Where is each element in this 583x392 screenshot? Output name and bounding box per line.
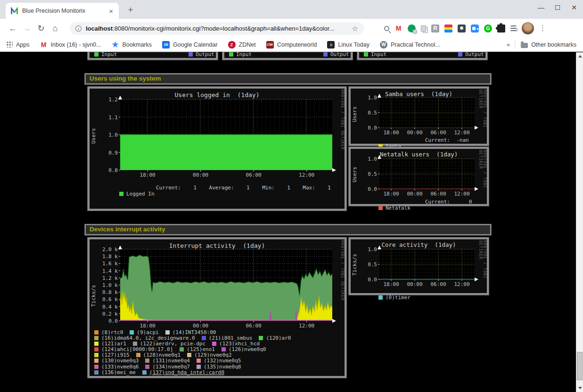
- legend-swatch: [142, 370, 147, 375]
- bookmark-zdnet[interactable]: Z ZDNet: [228, 41, 256, 49]
- interrupt-activity-graph-panel[interactable]: Interrupt activity (1day) Ticks/s 2.0 k1…: [88, 237, 346, 378]
- x-axis-tick-label: 06:00: [428, 130, 449, 136]
- books-extension-icon[interactable]: [444, 24, 452, 33]
- search-icon[interactable]: [384, 26, 389, 31]
- legend-item: (124)ahci[0000:00:17.0]: [94, 346, 173, 352]
- legend-item: (126)nvme0q0: [222, 346, 266, 352]
- puzzle-extension-icon[interactable]: [497, 24, 505, 33]
- legend-label: (14)INT3450:00: [172, 329, 216, 335]
- home-icon[interactable]: ⌂: [48, 24, 62, 33]
- scrollbar-thumb[interactable]: [577, 352, 583, 380]
- grammarly-extension-icon[interactable]: G: [484, 24, 492, 33]
- copy-pages-extension-icon[interactable]: [421, 25, 426, 32]
- other-bookmarks[interactable]: Other bookmarks: [521, 41, 576, 48]
- bookmarks-separator: [515, 41, 515, 49]
- users-logged-in-graph-panel[interactable]: Users logged in (1day) Users 1.21.11.00.…: [88, 87, 346, 211]
- legend-swatch: [136, 353, 140, 357]
- back-icon[interactable]: ←: [6, 24, 20, 33]
- users-logged-in-plot[interactable]: 1.21.11.00.90.818:0000:0006:0012:00: [120, 99, 332, 170]
- legend-item: (130)nvme0q3: [94, 358, 139, 364]
- monitorix-favicon-icon: [10, 7, 18, 15]
- legend-label: (0)timer: [386, 294, 411, 301]
- legend-item: (129)nvme0q2: [187, 352, 231, 358]
- input-legend-swatch: [229, 52, 233, 57]
- x-axis-tick-label: 18:00: [381, 281, 402, 287]
- reload-icon[interactable]: ↻: [34, 23, 48, 33]
- hangouts-extension-icon[interactable]: [408, 24, 416, 33]
- gmail-extension-icon[interactable]: M: [394, 24, 402, 33]
- y-axis-tick-label: 1.0: [355, 246, 377, 253]
- monitorix-page: Input Output Input Output Input Output U…: [0, 52, 583, 392]
- samba-users-graph-panel[interactable]: Samba users (1day) Users 1.00.50.018:000…: [349, 87, 489, 146]
- y-axis-tick-label: 0.0: [96, 318, 118, 324]
- minimize-button[interactable]: —: [537, 4, 545, 11]
- y-axis-tick-label: 0.0: [355, 125, 377, 131]
- close-button[interactable]: ✕: [570, 4, 578, 11]
- legend-label: (129)nvme0q2: [194, 352, 231, 358]
- legend-label: (9)acpi: [137, 329, 158, 335]
- x-axis-tick-label: 06:00: [243, 172, 264, 178]
- legend-label: (133)nvme0q6: [101, 364, 139, 370]
- y-axis-tick-label: 1.0: [355, 156, 377, 162]
- legend-item: (137)snd_hda_intel:card0: [142, 369, 224, 376]
- bookmark-inbox[interactable]: M Inbox (16) - sjvn0...: [40, 41, 101, 49]
- bookmark-star-icon[interactable]: ☆: [352, 24, 358, 33]
- x-axis-tick-label: 12:00: [452, 191, 472, 197]
- bookmark-google-calendar[interactable]: 28 Google Calendar: [162, 41, 218, 49]
- legend-label: (134)nvme0q7: [152, 364, 189, 370]
- new-tab-button[interactable]: +: [124, 4, 137, 16]
- legend-swatch: [94, 359, 99, 363]
- page-info-icon[interactable]: i: [75, 25, 82, 32]
- core-activity-plot[interactable]: 1.00.50.018:0000:0006:0012:00: [379, 249, 475, 279]
- url-bar[interactable]: i localhost:8080/monitorix-cgi/monitorix…: [70, 22, 364, 35]
- legend-stats: Current: 0: [425, 199, 472, 205]
- y-axis-tick-label: 1.2 k: [96, 275, 118, 281]
- x-axis-tick-label: 00:00: [404, 130, 425, 136]
- legend-swatch: [94, 330, 99, 335]
- rrdtool-watermark: RRDTOOL / TOBI OETIKER: [478, 240, 487, 293]
- bookmark-bookmarks[interactable]: ★ Bookmarks: [112, 41, 152, 49]
- bookmark-apps[interactable]: Apps: [7, 41, 30, 48]
- page-scrollbar[interactable]: [576, 52, 583, 392]
- y-axis-tick-label: 1.2: [96, 97, 118, 103]
- tab-close-icon[interactable]: ×: [107, 7, 115, 15]
- forward-icon[interactable]: →: [20, 24, 34, 33]
- url-text[interactable]: localhost:8080/monitorix-cgi/monitorix.c…: [86, 25, 348, 32]
- input-legend-label: Input: [101, 51, 117, 57]
- legend-item: (135)nvme0q8: [197, 364, 241, 370]
- legend-label: (128)nvme0q1: [143, 352, 181, 358]
- tab-strip: Blue Precision Monitorix × + — ☐ ✕: [0, 0, 583, 19]
- samba-users-plot[interactable]: 1.00.50.018:0000:0006:0012:00: [379, 98, 475, 128]
- network-graph-panel-cutoff[interactable]: Input Output: [222, 52, 353, 60]
- interrupt-activity-plot[interactable]: 2.0 k1.8 k1.6 k1.4 k1.2 k1.0 k0.8 k0.6 k…: [120, 249, 332, 321]
- scroll-up-icon[interactable]: [576, 52, 583, 60]
- core-activity-graph-panel[interactable]: Core activity (1day) Ticks/s 1.00.50.018…: [349, 237, 489, 295]
- reader-extension-icon[interactable]: R: [431, 24, 439, 33]
- browser-tab[interactable]: Blue Precision Monitorix ×: [6, 3, 119, 19]
- legend-item: (133)nvme0q6: [94, 364, 139, 370]
- maximize-button[interactable]: ☐: [553, 4, 562, 11]
- network-graph-panel-cutoff[interactable]: Input Output: [88, 52, 218, 60]
- bookmarks-overflow-icon[interactable]: »: [507, 41, 510, 48]
- dark-app-extension-icon[interactable]: [458, 24, 466, 33]
- bookmark-linux-today[interactable]: lt Linux Today: [327, 41, 370, 49]
- zoom-extension-icon[interactable]: [471, 24, 479, 33]
- browser-menu-icon[interactable]: ⋮: [539, 24, 546, 33]
- playlist-extension-icon[interactable]: [510, 25, 517, 32]
- network-graph-panel-cutoff[interactable]: Input Output: [357, 52, 487, 60]
- legend-swatch: [197, 365, 201, 369]
- x-axis-tick-label: 18:00: [137, 172, 158, 178]
- bookmark-computerworld[interactable]: CW Computerworld: [266, 41, 317, 49]
- bookmark-practical-technology[interactable]: W Practical Technol...: [380, 41, 440, 49]
- y-axis-tick-label: 0.5: [355, 171, 377, 177]
- legend-swatch: [94, 336, 99, 340]
- legend-swatch: [94, 347, 99, 351]
- folder-icon: [521, 43, 528, 48]
- x-axis-tick-label: 06:00: [428, 191, 449, 197]
- y-axis-tick-label: 0.5: [355, 261, 377, 268]
- netatalk-users-graph-panel[interactable]: Netatalk users (1day) Users 1.00.50.018:…: [349, 147, 489, 206]
- scroll-down-icon[interactable]: [576, 384, 583, 392]
- x-axis-tick-label: 18:00: [381, 130, 402, 136]
- profile-avatar[interactable]: [522, 22, 534, 34]
- netatalk-users-plot[interactable]: 1.00.50.018:0000:0006:0012:00: [379, 159, 475, 189]
